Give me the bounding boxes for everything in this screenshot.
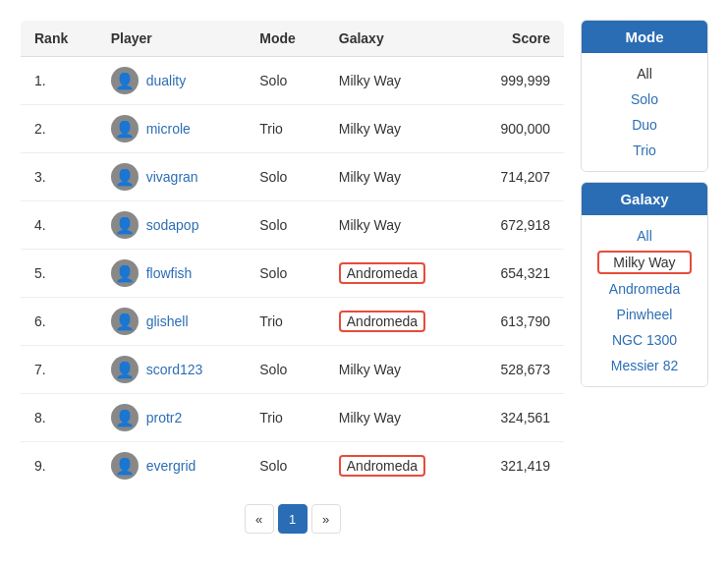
galaxy-filter-item[interactable]: All (582, 223, 707, 249)
mode-filter-item[interactable]: Trio (582, 138, 707, 163)
cell-score: 714,207 (468, 153, 565, 201)
header-rank: Rank (21, 21, 97, 57)
cell-galaxy: Milky Way (325, 201, 468, 250)
mode-filter-box: Mode AllSoloDuoTrio (581, 20, 708, 172)
table-header-row: Rank Player Mode Galaxy Score (21, 21, 565, 57)
galaxy-badge: Andromeda (339, 311, 425, 332)
player-name[interactable]: vivagran (146, 169, 198, 185)
cell-rank: 2. (21, 105, 97, 153)
player-name[interactable]: scord123 (146, 362, 203, 377)
cell-mode: Trio (246, 105, 324, 153)
cell-score: 321,419 (468, 442, 565, 490)
header-galaxy: Galaxy (325, 21, 468, 57)
cell-rank: 4. (21, 201, 97, 250)
cell-mode: Solo (246, 57, 324, 105)
galaxy-filter-item[interactable]: Messier 82 (582, 353, 707, 378)
cell-rank: 3. (21, 153, 97, 201)
mode-filter-item[interactable]: Duo (582, 112, 707, 138)
table-row: 8.👤protr2TrioMilky Way324,561 (21, 394, 565, 442)
table-row: 6.👤glishellTrioAndromeda613,790 (21, 298, 565, 346)
cell-score: 613,790 (468, 298, 565, 346)
cell-mode: Trio (246, 298, 324, 346)
player-name[interactable]: evergrid (146, 458, 196, 474)
cell-rank: 5. (21, 250, 97, 298)
player-name[interactable]: glishell (146, 313, 189, 329)
cell-player: 👤protr2 (97, 394, 247, 442)
cell-player: 👤evergrid (97, 442, 247, 490)
galaxy-filter-box: Galaxy AllMilky WayAndromedaPinwheelNGC … (581, 182, 708, 387)
mode-filter-item[interactable]: Solo (582, 86, 707, 112)
table-row: 4.👤sodapopSoloMilky Way672,918 (21, 201, 565, 250)
cell-score: 900,000 (468, 105, 565, 153)
next-page-button[interactable]: » (311, 504, 341, 534)
cell-rank: 6. (21, 298, 97, 346)
sidebar: Mode AllSoloDuoTrio Galaxy AllMilky WayA… (581, 20, 708, 534)
galaxy-filter-item[interactable]: Pinwheel (582, 302, 707, 327)
galaxy-filter-item[interactable]: NGC 1300 (582, 327, 707, 353)
header-mode: Mode (246, 21, 324, 57)
player-name[interactable]: sodapop (146, 217, 199, 233)
cell-rank: 9. (21, 442, 97, 490)
galaxy-filter-title: Galaxy (582, 183, 707, 215)
cell-mode: Solo (246, 346, 324, 394)
cell-score: 654,321 (468, 250, 565, 298)
cell-mode: Solo (246, 250, 324, 298)
cell-player: 👤glishell (97, 298, 247, 346)
cell-rank: 7. (21, 346, 97, 394)
cell-score: 528,673 (468, 346, 565, 394)
prev-page-button[interactable]: « (245, 504, 274, 534)
cell-galaxy: Andromeda (325, 250, 468, 298)
galaxy-filter-item-wrap: Milky Way (582, 249, 707, 276)
galaxy-filter-item-selected[interactable]: Milky Way (597, 251, 691, 274)
cell-rank: 1. (21, 57, 97, 105)
cell-score: 324,561 (468, 394, 565, 442)
cell-player: 👤microle (97, 105, 247, 153)
cell-mode: Solo (246, 201, 324, 250)
avatar: 👤 (111, 452, 139, 480)
cell-rank: 8. (21, 394, 97, 442)
table-row: 5.👤flowfishSoloAndromeda654,321 (21, 250, 565, 298)
main-panel: Rank Player Mode Galaxy Score 1.👤duality… (20, 20, 565, 534)
avatar: 👤 (111, 259, 139, 287)
cell-mode: Solo (246, 442, 324, 490)
avatar: 👤 (111, 356, 139, 383)
page-layout: Rank Player Mode Galaxy Score 1.👤duality… (20, 20, 708, 534)
cell-score: 999,999 (468, 57, 565, 105)
cell-galaxy: Milky Way (325, 105, 468, 153)
galaxy-filter-item[interactable]: Andromeda (582, 276, 707, 302)
cell-galaxy: Milky Way (325, 346, 468, 394)
player-name[interactable]: duality (146, 73, 186, 88)
cell-galaxy: Andromeda (325, 442, 468, 490)
avatar: 👤 (111, 404, 139, 431)
table-row: 3.👤vivagranSoloMilky Way714,207 (21, 153, 565, 201)
galaxy-badge: Andromeda (339, 262, 425, 284)
table-row: 7.👤scord123SoloMilky Way528,673 (21, 346, 565, 394)
avatar: 👤 (111, 163, 139, 191)
cell-galaxy: Milky Way (325, 57, 468, 105)
player-name[interactable]: flowfish (146, 265, 193, 281)
current-page-button[interactable]: 1 (278, 504, 308, 534)
cell-score: 672,918 (468, 201, 565, 250)
pagination: « 1 » (20, 504, 565, 534)
player-name[interactable]: protr2 (146, 410, 183, 425)
mode-filter-body: AllSoloDuoTrio (582, 53, 707, 171)
cell-player: 👤vivagran (97, 153, 247, 201)
cell-player: 👤duality (97, 57, 247, 105)
mode-filter-item[interactable]: All (582, 61, 707, 86)
galaxy-filter-body: AllMilky WayAndromedaPinwheelNGC 1300Mes… (582, 215, 707, 386)
cell-galaxy: Milky Way (325, 153, 468, 201)
avatar: 👤 (111, 308, 139, 335)
header-score: Score (468, 21, 565, 57)
cell-mode: Trio (246, 394, 324, 442)
cell-player: 👤flowfish (97, 250, 247, 298)
mode-filter-title: Mode (582, 21, 707, 53)
cell-mode: Solo (246, 153, 324, 201)
cell-galaxy: Milky Way (325, 394, 468, 442)
player-name[interactable]: microle (146, 121, 191, 137)
cell-player: 👤sodapop (97, 201, 247, 250)
avatar: 👤 (111, 115, 139, 142)
cell-player: 👤scord123 (97, 346, 247, 394)
avatar: 👤 (111, 211, 139, 239)
cell-galaxy: Andromeda (325, 298, 468, 346)
header-player: Player (97, 21, 247, 57)
